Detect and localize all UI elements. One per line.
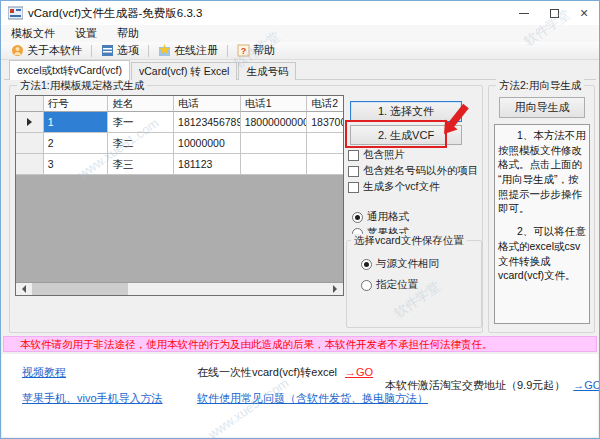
toolbar-register-button[interactable]: 在线注册 xyxy=(152,42,224,60)
checkbox-icon xyxy=(348,166,359,177)
scrollbar-thumb[interactable] xyxy=(32,283,128,295)
options-icon xyxy=(101,44,114,57)
table-cell[interactable]: 李一 xyxy=(108,112,174,133)
horizontal-scrollbar[interactable] xyxy=(16,282,343,295)
legal-warning-text: 本软件请勿用于非法途径，使用本软件的行为及由此造成的后果，本软件开发者不承担任何… xyxy=(20,338,493,350)
table-cell[interactable]: 2 xyxy=(44,133,109,154)
table-cell[interactable]: 李二 xyxy=(108,133,174,154)
toolbar-separator xyxy=(148,45,149,57)
menu-help[interactable]: 帮助 xyxy=(107,25,149,42)
instruction-paragraph: 2、可以将任意格式的excel或csv文件转换成vcard(vcf)文件。 xyxy=(498,224,586,283)
faq-link[interactable]: 软件使用常见问题（含软件发货、换电脑方法） xyxy=(197,391,428,406)
method2-groupbox: 方法2:用向导生成 用向导生成 1、本方法不用按照模板文件修改格式。点击上面的“… xyxy=(488,85,595,333)
close-icon: × xyxy=(580,6,588,20)
toolbar-help-button[interactable]: ? 帮助 xyxy=(231,42,281,60)
app-icon xyxy=(8,6,23,20)
online-convert-row: 在线一次性vcard(vcf)转excel→GO xyxy=(197,365,373,380)
table-cell[interactable]: 181123 xyxy=(174,154,241,175)
window-title: vCard(vcf)文件生成器-免费版6.3.3 xyxy=(28,6,202,21)
titlebar: vCard(vcf)文件生成器-免费版6.3.3 × xyxy=(1,1,599,25)
red-highlight-annotation xyxy=(345,120,447,148)
checkbox-include-photo[interactable]: 包含照片 xyxy=(348,148,405,162)
save-location-title: 选择vcard文件保存位置 xyxy=(351,234,467,248)
scrollbar-track[interactable] xyxy=(128,283,327,295)
tabstrip: excel或txt转vCard(vcf) vCard(vcf) 转 Excel … xyxy=(9,60,297,80)
column-header[interactable]: 行号 xyxy=(44,96,109,112)
menu-settings[interactable]: 设置 xyxy=(65,25,107,42)
method2-title: 方法2:用向导生成 xyxy=(496,79,584,93)
table-row: 3 李三 181123 xyxy=(16,154,343,175)
checkbox-icon xyxy=(348,182,359,193)
table-cell[interactable] xyxy=(241,133,308,154)
table-row: 1 李一 18123456789 18000000000 18370000000… xyxy=(16,112,343,133)
radio-same-as-source[interactable]: 与源文件相同 xyxy=(361,257,439,271)
menu-template-file[interactable]: 模板文件 xyxy=(1,25,65,42)
red-arrow-annotation xyxy=(438,102,470,140)
save-location-groupbox: 选择vcard文件保存位置 与源文件相同 指定位置 xyxy=(346,240,482,328)
radio-icon xyxy=(361,280,372,291)
checkbox-include-extra-fields[interactable]: 包含姓名号码以外的项目 xyxy=(348,164,479,178)
table-cell[interactable]: 10000000 xyxy=(174,133,241,154)
register-icon xyxy=(158,44,171,57)
radio-icon-checked xyxy=(352,212,363,223)
toolbar-options-button[interactable]: 选项 xyxy=(95,42,145,60)
header-marker-cell xyxy=(16,96,44,112)
scroll-right-button[interactable] xyxy=(327,283,343,295)
minimize-icon xyxy=(519,13,529,14)
toolbar-separator xyxy=(227,45,228,57)
minimize-button[interactable] xyxy=(509,1,539,25)
scroll-right-icon xyxy=(333,285,337,293)
column-header[interactable]: 电话 xyxy=(174,96,241,112)
row-marker-cell xyxy=(16,154,44,175)
scroll-left-button[interactable] xyxy=(16,283,32,295)
checkbox-multiple-vcf[interactable]: 生成多个vcf文件 xyxy=(348,180,439,194)
current-row-icon xyxy=(27,118,32,126)
table-cell[interactable] xyxy=(307,154,343,175)
toolbar-options-label: 选项 xyxy=(117,43,139,58)
column-header[interactable]: 姓名 xyxy=(108,96,174,112)
method1-groupbox: 方法1:用模板规定格式生成 行号 姓名 电话 电话1 电话2 1 李一 1812… xyxy=(9,85,483,333)
table-header-row: 行号 姓名 电话 电话1 电话2 xyxy=(16,96,343,112)
contacts-table: 行号 姓名 电话 电话1 电话2 1 李一 18123456789 180000… xyxy=(15,95,344,296)
about-icon xyxy=(11,44,24,57)
maximize-button[interactable] xyxy=(539,1,569,25)
radio-icon-checked xyxy=(361,259,372,270)
table-cell[interactable]: 李三 xyxy=(108,154,174,175)
toolbar-about-button[interactable]: 关于本软件 xyxy=(5,42,88,60)
phone-import-link[interactable]: 苹果手机、vivo手机导入方法 xyxy=(22,391,163,406)
table-cell[interactable] xyxy=(241,154,308,175)
radio-custom-location[interactable]: 指定位置 xyxy=(361,278,418,292)
tab-excel-to-vcard[interactable]: excel或txt转vCard(vcf) xyxy=(9,60,130,80)
scroll-left-icon xyxy=(22,285,26,293)
window-controls: × xyxy=(509,1,599,25)
legal-warning-banner: 本软件请勿用于非法途径，使用本软件的行为及由此造成的后果，本软件开发者不承担任何… xyxy=(3,336,597,352)
table-cell[interactable] xyxy=(307,133,343,154)
table-row: 2 李二 10000000 xyxy=(16,133,343,154)
table-cell[interactable]: 18000000000 xyxy=(241,112,308,133)
radio-label: 通用格式 xyxy=(367,210,409,224)
table-cell[interactable]: 183700000000 xyxy=(307,112,343,133)
svg-text:?: ? xyxy=(241,46,247,56)
toolbar-separator xyxy=(91,45,92,57)
row-marker-cell xyxy=(16,112,44,133)
table-cell[interactable]: 18123456789 xyxy=(174,112,241,133)
table-cell[interactable]: 3 xyxy=(44,154,109,175)
menubar: 模板文件 设置 帮助 xyxy=(1,25,599,42)
tab-generate-numbers[interactable]: 生成号码 xyxy=(238,62,296,80)
column-header[interactable]: 电话2 xyxy=(307,96,343,112)
tab-vcard-to-excel[interactable]: vCard(vcf) 转 Excel xyxy=(131,62,237,80)
maximize-icon xyxy=(550,9,559,18)
table-cell-selected[interactable]: 1 xyxy=(44,112,109,133)
wizard-generate-button[interactable]: 用向导生成 xyxy=(499,97,585,118)
checkbox-label: 生成多个vcf文件 xyxy=(363,180,439,194)
close-button[interactable]: × xyxy=(569,1,599,25)
instruction-paragraph: 1、本方法不用按照模板文件修改格式。点击上面的“用向导生成”，按照提示一步步操作… xyxy=(498,128,586,216)
help-icon: ? xyxy=(237,44,250,57)
wizard-instructions: 1、本方法不用按照模板文件修改格式。点击上面的“用向导生成”，按照提示一步步操作… xyxy=(494,124,590,324)
radio-generic-format[interactable]: 通用格式 xyxy=(352,210,409,224)
activation-go-link[interactable]: →GO xyxy=(573,379,600,391)
toolbar-help-label: 帮助 xyxy=(253,43,275,58)
video-tutorial-link[interactable]: 视频教程 xyxy=(22,365,66,380)
online-convert-go-link[interactable]: →GO xyxy=(345,366,373,378)
column-header[interactable]: 电话1 xyxy=(241,96,308,112)
